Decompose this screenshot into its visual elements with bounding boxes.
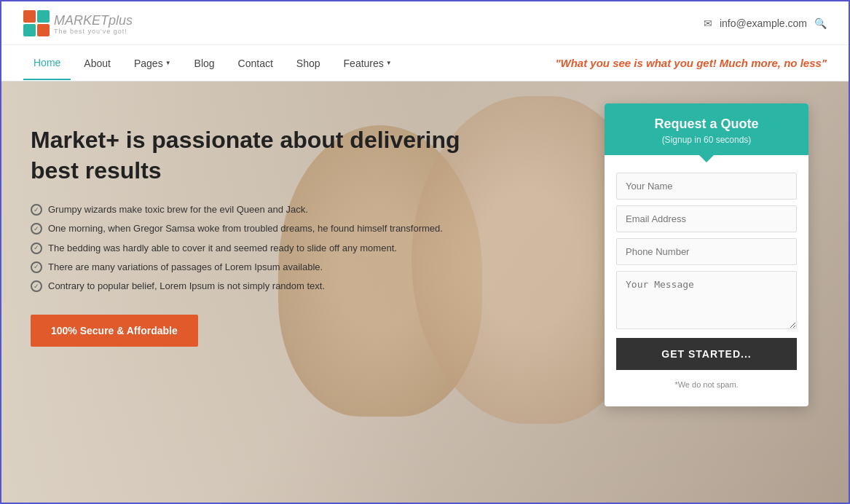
logo: MARKETplus The best you've got! [23,10,133,36]
hero-section: Market+ is passionate about delivering b… [1,82,849,504]
check-icon: ✓ [31,223,42,235]
logo-suffix: plus [109,13,133,28]
check-icon: ✓ [31,204,42,216]
email-icon: ✉ [704,17,712,29]
search-icon[interactable]: 🔍 [814,17,827,29]
form-arrow [699,155,714,162]
nav-item-home[interactable]: Home [23,47,71,80]
form-header-sub: (Signup in 60 seconds) [619,135,794,145]
check-icon: ✓ [31,280,42,292]
spam-note: *We do not spam. [616,380,797,395]
list-item: ✓ One morning, when Gregor Samsa woke fr… [31,222,504,235]
email-input[interactable] [616,205,797,232]
nav-links: Home About Pages ▼ Blog Contact Shop Fea… [23,47,402,80]
svg-rect-1 [37,10,50,23]
check-icon: ✓ [31,261,42,273]
top-right-contact: ✉ info@example.com 🔍 [704,17,827,29]
logo-text: MARKETplus The best you've got! [54,12,133,35]
nav-item-about[interactable]: About [74,47,121,79]
top-bar: MARKETplus The best you've got! ✉ info@e… [1,1,849,45]
form-header: Request a Quote (Signup in 60 seconds) [605,103,808,155]
nav-item-shop[interactable]: Shop [286,47,331,79]
name-input[interactable] [616,173,797,200]
list-item: ✓ The bedding was hardly able to cover i… [31,242,504,255]
hero-list: ✓ Grumpy wizards make toxic brew for the… [31,203,504,293]
nav-tagline: "What you see is what you get! Much more… [555,57,827,69]
phone-input[interactable] [616,238,797,265]
cta-button[interactable]: 100% Secure & Affordable [31,315,198,347]
list-item: ✓ There are many variations of passages … [31,261,504,274]
logo-brand: MARKET [54,13,109,28]
svg-rect-2 [23,24,36,36]
list-item: ✓ Grumpy wizards make toxic brew for the… [31,203,504,216]
submit-button[interactable]: GET STARTED... [616,338,797,370]
nav-item-features[interactable]: Features ▼ [334,47,402,79]
check-icon: ✓ [31,243,42,254]
quote-form: Request a Quote (Signup in 60 seconds) G… [605,103,808,406]
list-item: ✓ Contrary to popular belief, Lorem Ipsu… [31,280,504,293]
form-header-title: Request a Quote [619,117,794,132]
hero-title: Market+ is passionate about delivering b… [31,125,504,186]
nav-item-contact[interactable]: Contact [228,47,283,79]
nav-item-pages[interactable]: Pages ▼ [124,47,181,79]
svg-rect-0 [23,10,36,23]
logo-main: MARKETplus [54,12,133,28]
logo-icon [23,10,50,36]
nav-item-blog[interactable]: Blog [184,47,225,79]
message-input[interactable] [616,271,797,329]
contact-email: info@example.com [720,17,807,29]
hero-content: Market+ is passionate about delivering b… [31,125,504,347]
nav-bar: Home About Pages ▼ Blog Contact Shop Fea… [1,45,849,82]
form-body: GET STARTED... *We do not spam. [605,155,808,406]
logo-sub: The best you've got! [54,28,133,35]
svg-rect-3 [37,24,50,36]
